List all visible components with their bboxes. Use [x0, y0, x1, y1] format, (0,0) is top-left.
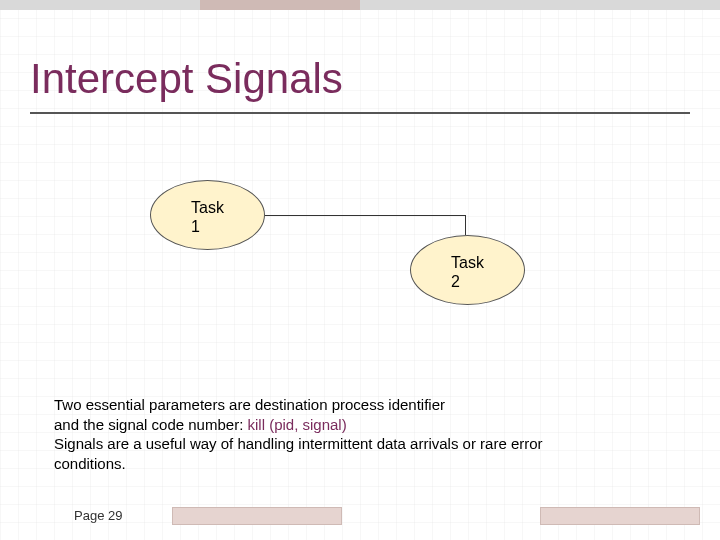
body-line-3: Signals are a useful way of handling int… [54, 434, 674, 454]
footer-accent-1 [172, 507, 342, 525]
body-line-2: and the signal code number: kill (pid, s… [54, 415, 674, 435]
page-number: Page 29 [74, 508, 122, 523]
body-line-4: conditions. [54, 454, 674, 474]
task-node-1: Task 1 [150, 180, 265, 250]
body-line-2-highlight: kill (pid, signal) [247, 416, 346, 433]
task-diagram: Task 1 Task 2 [0, 165, 720, 335]
connector-vertical [465, 215, 466, 235]
body-text: Two essential parameters are destination… [54, 395, 674, 473]
slide-footer: Page 29 [0, 501, 720, 525]
task-node-1-label: Task 1 [191, 198, 224, 236]
slide-title: Intercept Signals [30, 55, 343, 103]
task-node-2-label: Task 2 [451, 253, 484, 291]
body-line-2-prefix: and the signal code number: [54, 416, 247, 433]
task-node-2: Task 2 [410, 235, 525, 305]
title-underline [30, 112, 690, 114]
slide-content: Intercept Signals Task 1 Task 2 Two esse… [0, 0, 720, 540]
connector-horizontal [265, 215, 465, 216]
body-line-1: Two essential parameters are destination… [54, 395, 674, 415]
footer-accent-2 [540, 507, 700, 525]
